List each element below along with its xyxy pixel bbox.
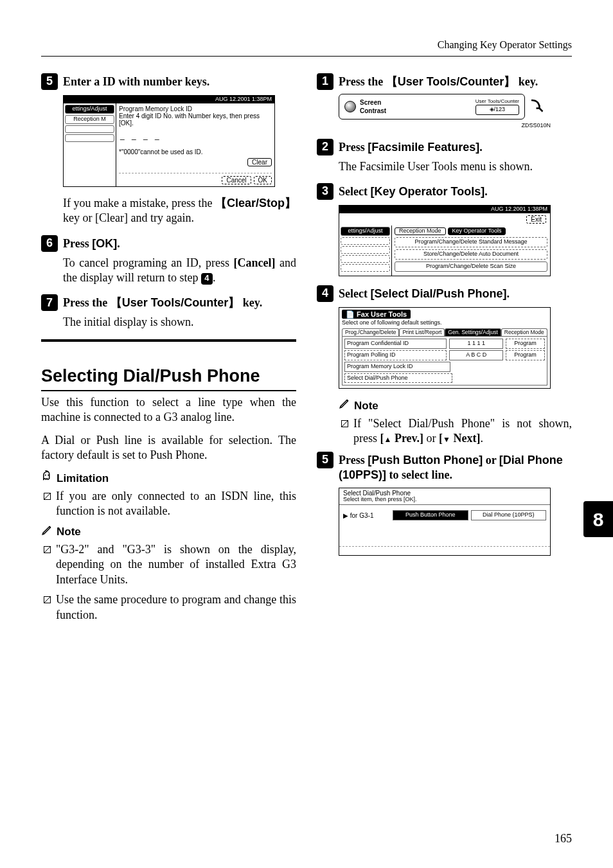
lcd-note: *"0000"cannot be used as ID. [119, 148, 272, 155]
lcd-title: Program Memory Lock ID [119, 105, 272, 112]
note-item: "G3-2" and "G3-3" is shown on the displa… [44, 542, 296, 587]
note-label: Note [354, 399, 378, 413]
note-label: Note [57, 525, 81, 539]
square-bullet-icon [44, 493, 51, 500]
step-number-icon: 5 [317, 452, 333, 468]
running-head: Changing Key Operator Settings [41, 39, 572, 52]
pencil-icon [41, 524, 53, 540]
lcd-cell: Program Memory Lock ID [344, 362, 450, 372]
screen-label: Screen [360, 98, 386, 107]
lcd-tab: Reception Mode [501, 328, 547, 336]
header-rule [41, 56, 572, 57]
lcd-cell: A B C D [449, 350, 503, 360]
lcd-date: AUG 12.2001 1:38PM [215, 96, 272, 103]
lcd-title: Fax User Tools [357, 310, 407, 318]
lcd-cell: Program Confidential ID [344, 339, 447, 349]
lcd-tab-blank [65, 134, 114, 142]
lcd-cell: 1 1 1 1 [449, 339, 503, 349]
svg-point-1 [48, 475, 49, 476]
lcd-tab [341, 246, 390, 254]
step-1: 1 Press the 【User Tools/Counter】 key. [317, 73, 572, 90]
lcd-cell: Program [506, 339, 545, 349]
ghost-icon [41, 470, 53, 486]
utc-button-icon: ◈/123 [475, 105, 519, 115]
contrast-label: Contrast [360, 107, 386, 115]
lcd-screenshot-fax-tools: 📄 Fax User Tools Select one of following… [339, 307, 551, 389]
step7-followup: The initial display is shown. [63, 315, 296, 330]
step-number-icon: 6 [41, 235, 58, 252]
down-triangle-icon [443, 432, 450, 445]
lcd-arrow-label: ▶ for G3-1 [343, 512, 390, 519]
step-number-icon: 3 [317, 183, 333, 200]
square-bullet-icon [44, 596, 51, 603]
step-5r-text: Press [Push Button Phone] or [Dial Phone… [339, 452, 572, 483]
lcd-tab: Print List/Report [399, 328, 445, 336]
lcd-tab: Prog./Change/Delete [342, 328, 399, 336]
lcd-instruction: Enter 4 digit ID No. with Number keys, t… [119, 112, 272, 127]
page-number: 165 [555, 831, 572, 846]
lcd-row: Program/Change/Delete Scan Size [395, 261, 547, 272]
step-5r: 5 Press [Push Button Phone] or [Dial Pho… [317, 452, 572, 483]
right-column: 1 Press the 【User Tools/Counter】 key. Sc… [317, 73, 572, 628]
note-heading: Note [339, 398, 572, 413]
lcd-tab [341, 255, 390, 263]
square-bullet-icon [44, 546, 51, 553]
step-5-text: Enter a ID with number keys. [63, 73, 209, 89]
utc-label: User Tools/Counter [475, 98, 519, 105]
note-heading: Note [41, 524, 296, 540]
lcd-ok-button: OK [254, 176, 272, 184]
lcd-tab: Reception Mode [395, 227, 446, 235]
note-item: Use the same procedure to program and ch… [44, 592, 296, 623]
step2-followup: The Facsimile User Tools menu is shown. [339, 159, 572, 174]
lcd-clear-button: Clear [247, 158, 272, 166]
step-1-text: Press the 【User Tools/Counter】 key. [339, 73, 538, 89]
lcd-tab [341, 264, 390, 272]
lcd-row: Program/Change/Delete Standard Message [395, 237, 547, 247]
lcd-subtitle: Select one of following default settings… [339, 320, 550, 328]
step-number-icon: 1 [317, 73, 333, 90]
lcd-cell: Program Polling ID [344, 350, 447, 360]
step-4: 4 Select [Select Dial/Push Phone]. [317, 285, 572, 302]
lcd-cancel-button: Cancel [222, 176, 251, 184]
lcd-tab-reception: Reception M [65, 115, 114, 124]
section-para-2: A Dial or Push line is available for sel… [41, 433, 296, 463]
step-4-text: Select [Select Dial/Push Phone]. [339, 285, 510, 301]
lcd-tab-settings: ettings/Adjust [65, 105, 114, 114]
step-number-icon: 2 [317, 139, 333, 155]
step-6: 6 Press [OK]. [41, 235, 296, 252]
left-column: 5 Enter a ID with number keys. AUG 12.20… [41, 73, 296, 628]
limitation-heading: Limitation [41, 470, 296, 486]
chapter-tab: 8 [583, 501, 613, 537]
lcd-exit-button: Exit [526, 215, 546, 224]
step6-followup: To cancel programing an ID, press [Cance… [63, 256, 296, 286]
limitation-item: If you are only connected to an ISDN lin… [44, 489, 296, 519]
step-7-text: Press the 【User Tools/Counter】 key. [63, 294, 262, 310]
panel-illustration: Screen Contrast User Tools/Counter ◈/123 [339, 94, 551, 120]
lcd-tab [341, 237, 390, 245]
section-title: Selecting Dial/Push Phone [41, 350, 296, 391]
lcd-screenshot-select-dial: Select Dial/Push Phone Select item, then… [339, 488, 551, 556]
step-number-icon: 4 [317, 285, 333, 302]
step-2: 2 Press [Facsimile Features]. [317, 139, 572, 155]
step-3-text: Select [Key Operator Tools]. [339, 183, 488, 199]
square-bullet-icon [341, 420, 348, 427]
lcd-cell: Program [506, 350, 545, 360]
figure-code: ZDSS010N [339, 122, 551, 130]
lcd-subtitle: Select item, then press [OK]. [343, 497, 546, 504]
lcd-tab: ettings/Adjust [341, 227, 390, 236]
svg-point-0 [45, 475, 46, 476]
step5-followup: If you make a mistake, press the 【Clear/… [63, 196, 296, 226]
lcd-dial-button: Dial Phone (10PPS) [471, 510, 547, 520]
limitation-label: Limitation [57, 472, 109, 486]
pencil-icon [339, 398, 350, 413]
lcd-row: Store/Change/Delete Auto Document [395, 249, 547, 260]
lcd-date: AUG 12.2001 1:38PM [491, 206, 547, 213]
lcd-screenshot-memory-lock: AUG 12.2001 1:38PM ettings/Adjust Recept… [63, 95, 275, 187]
step-5: 5 Enter a ID with number keys. [41, 73, 296, 90]
lcd-screenshot-key-operator: AUG 12.2001 1:38PM Exit ettings/Adjust [339, 205, 551, 276]
step-2-text: Press [Facsimile Features]. [339, 139, 483, 155]
lcd-tab-blank [65, 125, 114, 133]
lcd-tab-active: Gen. Settings/Adjust [445, 328, 501, 336]
contrast-knob-icon [344, 101, 356, 112]
step-number-icon: 5 [41, 73, 58, 90]
